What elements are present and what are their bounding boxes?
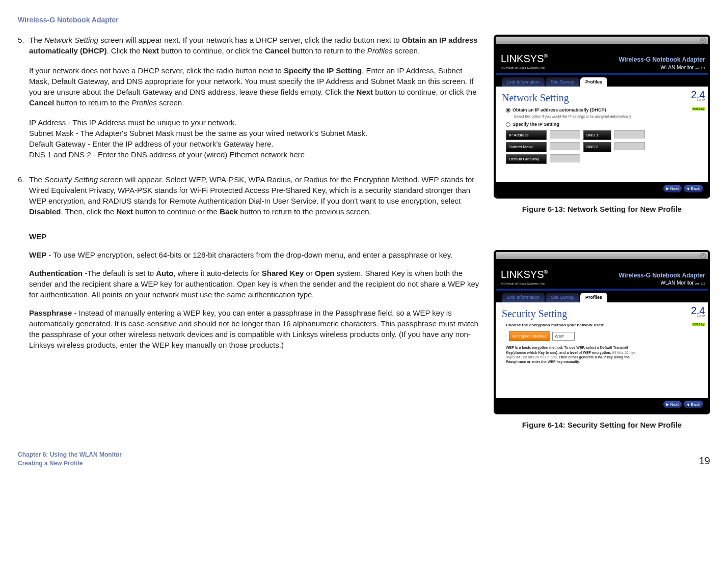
doc-header: Wireless-G Notebook Adapter	[18, 15, 710, 25]
dns1-label: DNS 1	[583, 130, 611, 140]
radio-specify-ip[interactable]: Specify the IP Setting	[506, 121, 704, 128]
radio-icon	[506, 122, 510, 127]
back-button[interactable]: Back	[684, 401, 703, 408]
brand-tagline: A Division of Cisco Systems, Inc.	[501, 282, 548, 286]
step5-para1: The Network Setting screen will appear n…	[29, 35, 483, 56]
fig13-window: × LINKSYS® A Division of Cisco Systems, …	[494, 35, 710, 199]
brand-logo: LINKSYS®	[501, 267, 548, 282]
close-icon[interactable]: ×	[700, 253, 706, 259]
radio-dhcp[interactable]: Obtain an IP address automatically (DHCP…	[506, 107, 704, 114]
step5-para2: If your network does not have a DHCP ser…	[29, 65, 483, 108]
back-button[interactable]: Back	[684, 185, 703, 192]
wep-heading: WEP	[29, 231, 483, 242]
ip-address-input[interactable]	[550, 130, 580, 138]
encryption-method-select[interactable]: WEP	[552, 332, 575, 341]
gateway-label: Default Gateway	[506, 154, 547, 164]
brand-logo: LINKSYS®	[501, 51, 548, 66]
band-badge: 2.4GHz 802.11g	[691, 306, 705, 326]
tab-profiles[interactable]: Profiles	[580, 293, 607, 302]
tab-profiles[interactable]: Profiles	[580, 77, 607, 87]
panel-title: Network Setting	[502, 91, 704, 105]
next-button[interactable]: Next	[663, 401, 682, 408]
arrow-left-icon	[687, 187, 689, 190]
arrow-right-icon	[666, 187, 669, 190]
close-icon[interactable]: ×	[700, 38, 706, 44]
tab-link-info[interactable]: Link Information	[502, 293, 545, 302]
figure-column: × LINKSYS® A Division of Cisco Systems, …	[494, 35, 710, 431]
wep-para2: Authentication -The default is set to Au…	[29, 268, 483, 300]
text-column: 5. The Network Setting screen will appea…	[18, 35, 486, 431]
titlebar: ×	[496, 37, 708, 44]
dns2-label: DNS 2	[583, 142, 611, 152]
panel-title: Security Setting	[502, 306, 704, 321]
step6-para1: The Security Setting screen will appear.…	[29, 174, 483, 217]
arrow-right-icon	[666, 403, 669, 406]
encryption-method-label: Encryption Method	[509, 331, 550, 341]
band-badge: 2.4GHz 802.11g	[691, 91, 705, 110]
subnet-input[interactable]	[550, 142, 580, 150]
page-number: 19	[699, 454, 710, 468]
fig14-window: × LINKSYS® A Division of Cisco Systems, …	[494, 250, 710, 414]
step-number: 5.	[18, 35, 29, 160]
tab-site-survey[interactable]: Site Survey	[546, 77, 579, 87]
subnet-label: Subnet Mask	[506, 142, 547, 152]
wlan-monitor-label: WLAN Monitor ver. 1.3	[619, 64, 705, 71]
tab-link-info[interactable]: Link Information	[502, 77, 545, 87]
dhcp-hint: Select this option if you would like IP …	[514, 114, 704, 119]
brand-tagline: A Division of Cisco Systems, Inc.	[501, 66, 548, 70]
radio-icon	[506, 108, 510, 113]
wlan-monitor-label: WLAN Monitor ver. 1.3	[619, 279, 705, 287]
wep-para1: WEP - To use WEP encryption, select 64-b…	[29, 249, 483, 260]
fig13-caption: Figure 6-13: Network Setting for New Pro…	[494, 204, 710, 214]
choose-label: Choose the encryption method your networ…	[506, 323, 700, 328]
next-button[interactable]: Next	[663, 185, 682, 192]
adapter-title: Wireless-G Notebook Adapter	[619, 271, 705, 280]
step-number: 6.	[18, 174, 29, 217]
gateway-input[interactable]	[550, 154, 580, 162]
step5-defs: IP Address - This IP Address must be uni…	[29, 117, 483, 160]
tab-site-survey[interactable]: Site Survey	[546, 293, 579, 302]
ip-address-label: IP Address	[506, 130, 547, 140]
wep-description: WEP is a basic enryption method. To use …	[506, 345, 638, 364]
wep-section: WEP WEP - To use WEP encryption, select …	[29, 231, 483, 350]
adapter-title: Wireless-G Notebook Adapter	[619, 55, 705, 64]
wep-para3: Passphrase - Instead of manually enterin…	[29, 307, 483, 350]
footer-left: Chapter 6: Using the WLAN Monitor Creati…	[18, 451, 122, 468]
fig14-caption: Figure 6-14: Security Setting for New Pr…	[494, 419, 710, 430]
dns1-input[interactable]	[614, 130, 645, 138]
arrow-left-icon	[687, 403, 689, 406]
titlebar: ×	[496, 252, 708, 259]
dns2-input[interactable]	[614, 142, 645, 150]
